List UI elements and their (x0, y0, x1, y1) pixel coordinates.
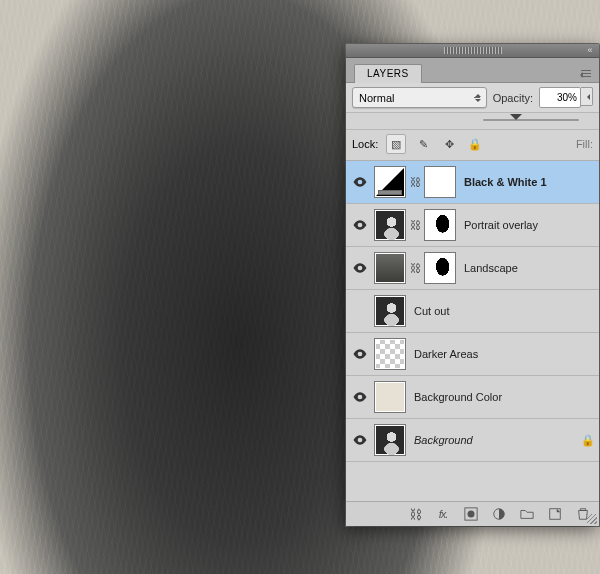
blend-opacity-row: Normal Opacity: 30% (346, 83, 599, 113)
layer-row[interactable]: ⛓ Black & White 1 (346, 161, 599, 204)
visibility-toggle[interactable] (350, 435, 370, 445)
link-icon[interactable]: ⛓ (410, 167, 420, 197)
layer-thumb-icon[interactable] (374, 295, 406, 327)
layer-name[interactable]: Background (410, 434, 577, 446)
menu-icon (581, 70, 591, 78)
adjustment-thumb-icon[interactable] (374, 166, 406, 198)
dropdown-arrows-icon (475, 91, 481, 105)
layer-thumb-icon[interactable] (374, 209, 406, 241)
layer-row[interactable]: Cut out (346, 290, 599, 333)
layer-row[interactable]: Darker Areas (346, 333, 599, 376)
drag-grip-icon (444, 47, 502, 54)
eye-icon (353, 349, 367, 359)
collapse-arrows-icon[interactable]: « (585, 45, 595, 55)
lock-label: Lock: (352, 138, 378, 150)
visibility-toggle[interactable] (350, 392, 370, 402)
layer-name[interactable]: Cut out (410, 305, 595, 317)
eye-icon (353, 263, 367, 273)
lock-pixels-button[interactable]: ✎ (414, 135, 432, 153)
layer-row[interactable]: Background Color (346, 376, 599, 419)
blend-mode-value: Normal (359, 92, 394, 104)
layer-name[interactable]: Portrait overlay (460, 219, 595, 231)
add-mask-button[interactable] (463, 506, 479, 522)
layers-empty-area (346, 462, 599, 501)
eye-icon (353, 177, 367, 187)
layer-thumb-icon[interactable] (374, 252, 406, 284)
panel-footer: ⛓ fx. (346, 501, 599, 526)
lock-all-button[interactable]: 🔒 (466, 135, 484, 153)
layer-thumb-icon[interactable] (374, 424, 406, 456)
opacity-input[interactable]: 30% (539, 87, 581, 108)
opacity-slider-row (346, 113, 599, 130)
fill-label: Fill: (576, 138, 593, 150)
slider-knob-icon[interactable] (510, 114, 522, 126)
lock-position-button[interactable]: ✥ (440, 135, 458, 153)
blend-mode-dropdown[interactable]: Normal (352, 87, 487, 108)
layer-row[interactable]: ⛓ Portrait overlay (346, 204, 599, 247)
layer-row[interactable]: Background 🔒 (346, 419, 599, 462)
panel-tabs: LAYERS (346, 58, 599, 83)
brush-icon: ✎ (419, 138, 428, 151)
new-page-icon (548, 507, 562, 521)
layer-thumb-icon[interactable] (374, 338, 406, 370)
svg-rect-3 (550, 509, 561, 520)
mask-thumb-icon[interactable] (424, 252, 456, 284)
link-layers-button[interactable]: ⛓ (407, 506, 423, 522)
lock-transparency-button[interactable]: ▧ (386, 134, 406, 154)
circle-half-icon (492, 507, 506, 521)
svg-point-1 (468, 511, 475, 518)
lock-indicator-icon: 🔒 (581, 434, 595, 447)
opacity-label: Opacity: (493, 92, 533, 104)
visibility-toggle[interactable] (350, 177, 370, 187)
panel-titlebar[interactable]: « (346, 44, 599, 58)
mask-thumb-icon[interactable] (424, 209, 456, 241)
folder-icon (520, 507, 534, 521)
new-adjustment-button[interactable] (491, 506, 507, 522)
mask-thumb-icon[interactable] (424, 166, 456, 198)
layers-list[interactable]: ⛓ Black & White 1 ⛓ Portrait overlay ⛓ L… (346, 161, 599, 501)
opacity-slider[interactable] (483, 115, 579, 125)
layer-name[interactable]: Black & White 1 (460, 176, 595, 188)
layers-panel: « LAYERS Normal Opacity: 30% Lock: ▧ ✎ ✥… (346, 44, 599, 526)
visibility-toggle[interactable] (350, 220, 370, 230)
move-icon: ✥ (445, 138, 454, 151)
layer-name[interactable]: Landscape (460, 262, 595, 274)
layer-row[interactable]: ⛓ Landscape (346, 247, 599, 290)
link-icon[interactable]: ⛓ (410, 253, 420, 283)
new-group-button[interactable] (519, 506, 535, 522)
transparency-icon: ▧ (391, 138, 401, 151)
eye-icon (353, 392, 367, 402)
layer-name[interactable]: Background Color (410, 391, 595, 403)
visibility-toggle[interactable] (350, 349, 370, 359)
link-icon[interactable]: ⛓ (410, 210, 420, 240)
fx-icon: fx. (439, 508, 448, 520)
eye-icon (353, 435, 367, 445)
eye-icon (353, 220, 367, 230)
opacity-flyout-arrow-icon[interactable] (581, 87, 593, 106)
new-layer-button[interactable] (547, 506, 563, 522)
tab-layers[interactable]: LAYERS (354, 64, 422, 83)
resize-grip-icon[interactable] (587, 514, 597, 524)
chain-icon: ⛓ (409, 507, 422, 522)
panel-menu-button[interactable] (577, 66, 595, 82)
lock-icon: 🔒 (468, 138, 482, 151)
layer-name[interactable]: Darker Areas (410, 348, 595, 360)
layer-thumb-icon[interactable] (374, 381, 406, 413)
mask-icon (464, 507, 478, 521)
layer-styles-button[interactable]: fx. (435, 506, 451, 522)
visibility-toggle[interactable] (350, 263, 370, 273)
lock-row: Lock: ▧ ✎ ✥ 🔒 Fill: (346, 130, 599, 161)
